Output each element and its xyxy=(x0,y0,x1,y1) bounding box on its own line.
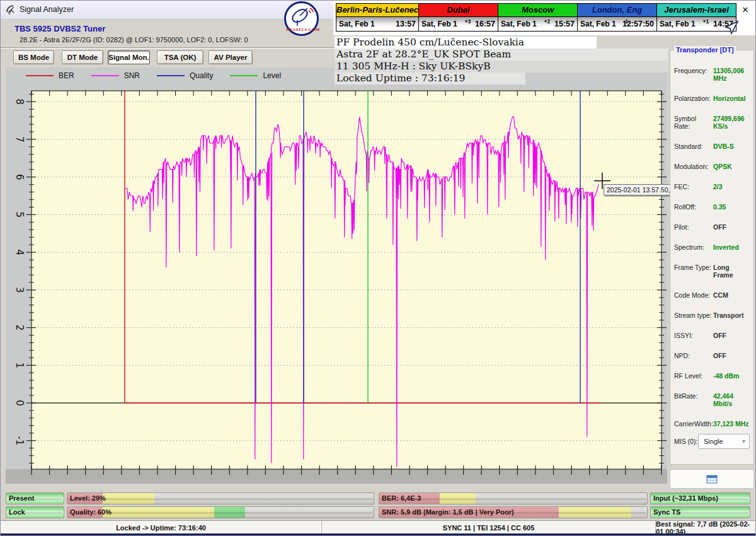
row-value: Horizontal xyxy=(713,95,745,102)
snr-bar-text: SNR: 5,9 dB (Margin: 1,5 dB | Very Poor) xyxy=(382,507,514,518)
sync-ts-indicator: Sync TS xyxy=(650,506,750,518)
overlay-line-3: 11 305 MHz-H : Sky UK-BSkyB xyxy=(335,61,668,73)
row-label: Stream type: xyxy=(674,312,713,319)
clock-city: Dubai xyxy=(419,4,498,17)
plot-area xyxy=(32,91,662,469)
tuner-details: 28.2E - Astra 2E/2F/2G (ID: 0282) @ LOF1… xyxy=(20,36,248,44)
row-label: Polarization: xyxy=(674,95,713,102)
legend-item-quality: Quality xyxy=(157,71,213,80)
input-rate-indicator-text: Input (~32,31 Mbps) xyxy=(653,493,718,504)
transponder-row-spectrum: Spectrum:Inverted xyxy=(674,243,751,251)
mode-button-bs-mode[interactable]: BS Mode xyxy=(13,50,54,64)
chart-canvas[interactable]: 876543210-1 xyxy=(6,67,667,484)
row-value: 42,464 Mbit/s xyxy=(713,392,751,407)
chart-legend: BERSNRQualityLevel xyxy=(26,70,281,81)
transponder-row-polarization: Polarization:Horizontal xyxy=(674,95,751,102)
transponder-row-issyi: ISSYI:OFF xyxy=(674,332,751,339)
mode-button-dt-mode[interactable]: DT Mode xyxy=(62,50,103,64)
legend-swatch xyxy=(157,75,185,76)
x-axis-strip xyxy=(6,469,667,484)
level-bar-fill-segment xyxy=(103,493,155,504)
y-axis-label-5: 5 xyxy=(14,212,25,218)
row-value: 37,123 MHz xyxy=(713,420,749,428)
row-label: Spectrum: xyxy=(674,243,713,251)
y-axis-label-2: 2 xyxy=(14,325,25,331)
legend-label: Level xyxy=(263,71,281,80)
row-label: Code Mode: xyxy=(674,291,713,299)
row-label: Frequency: xyxy=(674,67,713,82)
clock-time-row: Sat, Feb 113:57 xyxy=(336,17,418,31)
sync-ts-indicator-text: Sync TS xyxy=(653,507,680,518)
row-value: 0.35 xyxy=(713,203,726,211)
clock-utc-offset: +3 xyxy=(465,18,471,25)
mode-button-tsa-ok-[interactable]: TSA (OK) xyxy=(157,50,203,64)
row-value: Transport xyxy=(713,312,743,319)
close-icon[interactable]: ✕ xyxy=(739,5,752,16)
clock-city: Berlin-Paris-Lučenec xyxy=(336,4,418,17)
window-bottom-edge xyxy=(1,533,756,536)
status-section-1: Locked -> Uptime: 73:16:40 xyxy=(1,521,322,534)
y-axis-label-4: 4 xyxy=(14,249,25,255)
app-dish-icon xyxy=(6,4,16,15)
row-value: 2/3 xyxy=(713,183,723,190)
level-bar-text: Level: 29% xyxy=(70,493,106,504)
row-label: NPD: xyxy=(674,352,713,359)
clock-time: 13:57 xyxy=(396,20,416,28)
row-value: OFF xyxy=(713,223,726,231)
y-axis-label-7: 7 xyxy=(14,136,25,143)
mis-row: MIS (0): Single ▾ xyxy=(674,434,750,449)
legend-item-level: Level xyxy=(230,71,281,80)
legend-label: SNR xyxy=(124,71,140,80)
legend-label: BER xyxy=(59,71,74,80)
mode-button-signal-mon-[interactable]: Signal Mon. xyxy=(108,50,150,64)
row-value: CCM xyxy=(713,291,728,299)
mode-button-av-player[interactable]: AV Player xyxy=(209,50,253,64)
row-label: Modulation: xyxy=(674,163,713,170)
signal-chart[interactable]: 876543210-1 xyxy=(6,67,667,484)
transponder-row-frequency: Frequency:11305,006 MHz xyxy=(674,67,751,82)
transponder-row-fec: FEC:2/3 xyxy=(674,183,751,190)
transponder-row-rolloff: RollOff:0.35 xyxy=(674,203,751,211)
chevron-down-icon: ▾ xyxy=(742,434,745,448)
clock-date: Sat, Feb 1 xyxy=(421,20,457,28)
lock-indicator: Lock xyxy=(6,506,64,518)
world-clocks: Berlin-Paris-LučenecSat, Feb 113:57Dubai… xyxy=(336,3,736,32)
table-icon xyxy=(706,475,718,484)
clock-3: MoscowSat, Feb 1+215:57 xyxy=(498,4,578,31)
row-label: FEC: xyxy=(674,183,713,190)
row-label: Pilot: xyxy=(674,223,713,231)
row-label: RF Level: xyxy=(674,372,713,380)
clock-date: Sat, Feb 1 xyxy=(501,20,537,28)
mis-dropdown[interactable]: Single ▾ xyxy=(698,434,750,449)
transponder-row-standard: Standard:DVB-S xyxy=(674,143,751,150)
row-value: Inverted xyxy=(713,243,739,251)
dxsatcs-logo: DXSATCS.COM xyxy=(284,1,319,36)
mouse-cursor-icon xyxy=(723,20,739,36)
window-title: Signal Analyzer xyxy=(20,5,74,14)
quality-bar-fill-segment xyxy=(214,507,245,518)
row-label: CarrierWidth: xyxy=(674,420,713,428)
quality-bar-text: Quality: 60% xyxy=(70,507,112,518)
legend-label: Quality xyxy=(190,71,213,80)
transport-stream-button[interactable] xyxy=(670,469,754,489)
mis-label: MIS (0): xyxy=(674,438,697,445)
clock-utc-offset: +1 xyxy=(702,18,709,25)
row-value: OFF xyxy=(713,332,726,339)
clock-time-row: Sat, Feb 1-112:57:50 xyxy=(578,17,656,31)
row-value: QPSK xyxy=(713,163,732,170)
legend-swatch xyxy=(91,75,119,76)
transponder-row-bitrate: BitRate:42,464 Mbit/s xyxy=(674,392,751,407)
transponder-row-streamtype: Stream type:Transport xyxy=(674,312,751,319)
clock-2: DubaiSat, Feb 1+316:57 xyxy=(419,4,498,31)
transponder-row-modulation: Modulation:QPSK xyxy=(674,163,751,170)
status-strip: Locked -> Uptime: 73:16:40SYNC 11 | TEI … xyxy=(1,520,756,534)
clock-utc-offset: -1 xyxy=(624,18,629,25)
clock-time: 16:57 xyxy=(475,20,495,28)
legend-swatch xyxy=(26,75,54,76)
y-axis-label-6: 6 xyxy=(14,174,25,180)
separator xyxy=(1,47,335,49)
clock-utc-offset: +2 xyxy=(544,18,551,25)
clock-date: Sat, Feb 1 xyxy=(580,20,616,28)
clock-date: Sat, Feb 1 xyxy=(660,20,696,28)
clock-4: London, EngSat, Feb 1-112:57:50 xyxy=(578,4,657,31)
